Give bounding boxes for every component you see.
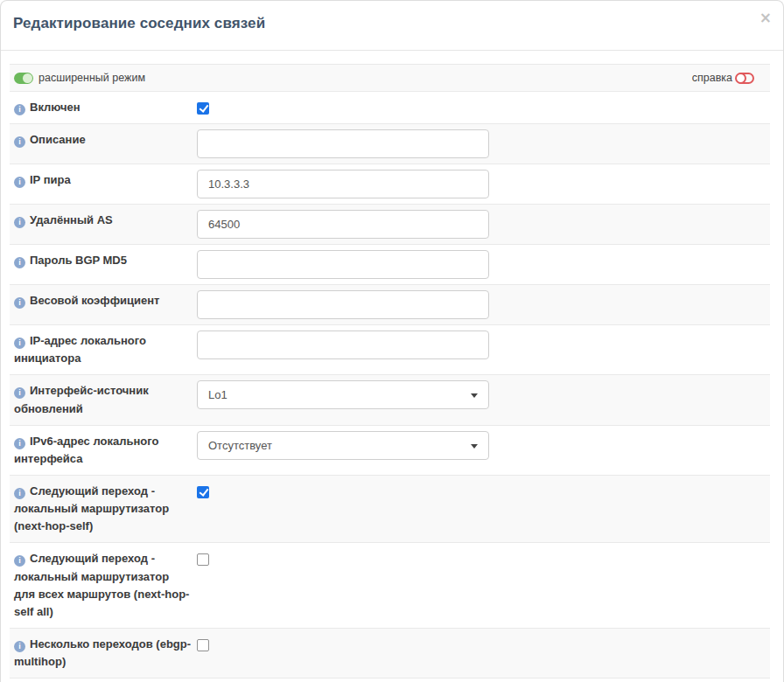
field-label: Интерфейс-источник обновлений	[14, 384, 149, 414]
info-icon: i	[14, 438, 25, 449]
checkbox[interactable]	[197, 639, 209, 651]
info-icon: i	[14, 488, 25, 499]
form-row: iВесовой коэффициент	[10, 284, 770, 324]
dialog-header: Редактирование соседних связей ×	[1, 1, 783, 51]
field-control-cell	[197, 325, 770, 374]
field-label-cell: iIP-адрес локального инициатора	[10, 325, 197, 374]
form-row: iПароль BGP MD5	[10, 244, 770, 284]
field-label-cell: iВключен	[10, 92, 197, 123]
info-icon: i	[14, 104, 25, 115]
form-row: iIPv6-адрес локального интерфейсаОтсутст…	[10, 425, 770, 475]
form-row: iОписание	[10, 123, 770, 164]
text-field[interactable]	[197, 331, 489, 359]
field-label: Следующий переход - локальный маршрутиза…	[14, 552, 189, 617]
form-rows: iВключенiОписаниеiIP пираiУдалённый ASiП…	[10, 91, 770, 682]
form-row: iНесколько переходов (ebgp-multihop)	[10, 628, 770, 678]
field-label-cell: iИнтерфейс-источник обновлений	[10, 375, 197, 424]
info-icon: i	[14, 257, 25, 268]
form-row: iIP-адрес локального инициатора	[10, 324, 770, 374]
form-row: iУдалённый AS	[10, 204, 770, 244]
field-label-cell: iНесколько переходов (ebgp-multihop)	[10, 629, 197, 678]
field-control-cell	[197, 629, 770, 678]
form-row: iIP пира	[10, 164, 770, 204]
text-field[interactable]	[197, 210, 489, 239]
field-control-cell	[197, 285, 770, 324]
field-label: IP-адрес локального инициатора	[14, 334, 146, 365]
info-icon: i	[14, 136, 25, 148]
help-toggle[interactable]: справка	[692, 72, 754, 84]
field-control-cell	[197, 205, 770, 244]
text-field[interactable]	[197, 250, 489, 279]
field-control-cell	[197, 543, 770, 628]
field-label-cell: iIPv6-адрес локального интерфейса	[10, 426, 197, 475]
select-value: Lo1	[208, 388, 228, 401]
help-label: справка	[692, 72, 732, 84]
field-label-cell: iСледующий переход - локальный маршрутиз…	[10, 476, 197, 542]
info-icon: i	[14, 217, 25, 228]
edit-neighbor-dialog: Редактирование соседних связей × расшире…	[1, 1, 783, 682]
field-label: Весовой коэффициент	[30, 294, 159, 307]
chevron-down-icon	[471, 393, 478, 398]
field-label-cell: iIP пира	[10, 164, 197, 204]
form-row: iМультипротокол	[10, 678, 770, 682]
form-table: расширенный режим справка iВключенiОписа…	[10, 64, 770, 682]
options-row: расширенный режим справка	[10, 64, 770, 91]
toggle-on-icon	[14, 73, 33, 84]
field-label: Удалённый AS	[30, 213, 113, 226]
field-label: Описание	[30, 133, 86, 146]
field-label-cell: iСледующий переход - локальный маршрутиз…	[10, 543, 197, 628]
checkbox[interactable]	[197, 553, 209, 566]
checkbox[interactable]	[197, 102, 209, 115]
field-control-cell: Отсутствует	[197, 426, 770, 475]
field-control-cell	[197, 476, 770, 542]
field-label-cell: iПароль BGP MD5	[10, 245, 197, 284]
info-icon: i	[14, 338, 25, 349]
info-icon: i	[14, 641, 25, 652]
text-field[interactable]	[197, 170, 489, 198]
field-label-cell: iМультипротокол	[10, 679, 197, 682]
field-label: IP пира	[30, 173, 71, 186]
field-label: Следующий переход - локальный маршрутиза…	[14, 484, 169, 532]
field-control-cell	[197, 679, 770, 682]
form-row: iИнтерфейс-источник обновленийLo1	[10, 374, 770, 424]
field-label: IPv6-адрес локального интерфейса	[14, 435, 158, 465]
info-icon: i	[14, 297, 25, 309]
select-field[interactable]: Lo1	[197, 380, 489, 409]
select-value: Отсутствует	[208, 439, 272, 452]
advanced-mode-toggle[interactable]: расширенный режим	[14, 72, 145, 84]
field-label: Несколько переходов (ebgp-multihop)	[14, 637, 191, 668]
close-icon[interactable]: ×	[760, 10, 772, 25]
toggle-off-icon	[736, 73, 754, 84]
field-label-cell: iОписание	[10, 124, 197, 164]
dialog-title: Редактирование соседних связей	[13, 15, 771, 32]
field-control-cell: Lo1	[197, 375, 770, 424]
field-label: Включен	[30, 101, 80, 114]
field-control-cell	[197, 164, 770, 204]
field-label-cell: iВесовой коэффициент	[10, 285, 197, 324]
checkbox[interactable]	[197, 486, 209, 498]
form-row: iСледующий переход - локальный маршрутиз…	[10, 542, 770, 628]
toggle-knob	[23, 73, 32, 83]
advanced-mode-label: расширенный режим	[38, 72, 145, 84]
field-label: Пароль BGP MD5	[30, 254, 127, 267]
info-icon: i	[14, 555, 25, 567]
field-label-cell: iУдалённый AS	[10, 205, 197, 244]
field-control-cell	[197, 245, 770, 284]
form-row: iВключен	[10, 91, 770, 123]
text-field[interactable]	[197, 129, 489, 158]
select-field[interactable]: Отсутствует	[197, 431, 489, 460]
info-icon: i	[14, 387, 25, 399]
form-row: iСледующий переход - локальный маршрутиз…	[10, 475, 770, 542]
field-control-cell	[197, 92, 770, 123]
field-control-cell	[197, 124, 770, 164]
text-field[interactable]	[197, 290, 489, 319]
chevron-down-icon	[471, 444, 478, 449]
toggle-knob	[735, 73, 746, 84]
info-icon: i	[14, 177, 25, 188]
